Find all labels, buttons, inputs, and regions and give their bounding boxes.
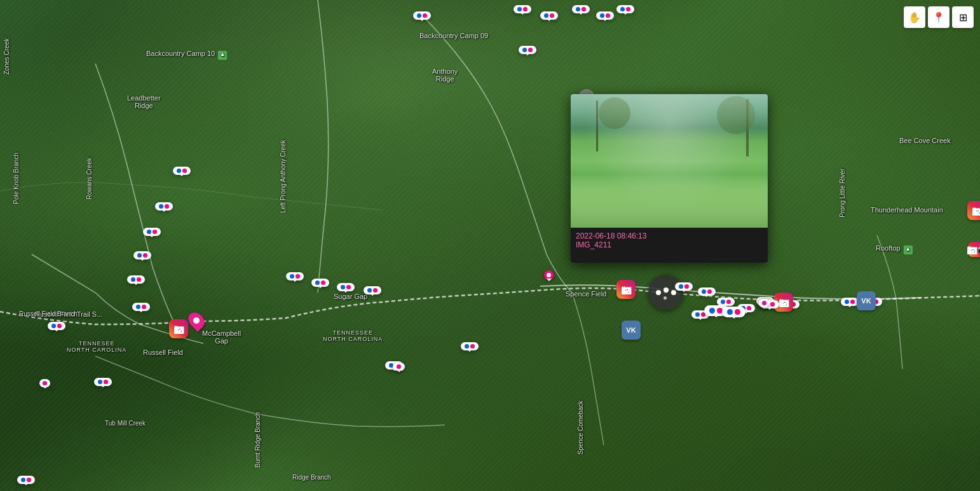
marker-flickr-6[interactable] <box>616 5 634 13</box>
marker-flickr-cluster-1[interactable] <box>675 282 693 291</box>
marker-flickr-2[interactable] <box>514 5 531 13</box>
marker-flickr-4[interactable] <box>572 5 590 13</box>
marker-instagram-2[interactable] <box>169 319 188 338</box>
cluster-dark[interactable] <box>648 275 683 310</box>
marker-flickr-left-3[interactable] <box>143 228 161 236</box>
marker-flickr-mid-4[interactable] <box>364 286 381 294</box>
marker-flickr-left-4[interactable] <box>133 251 151 259</box>
map-container: Backcountry Camp 10 ▲ Backcountry Camp 0… <box>0 0 980 491</box>
marker-instagram-rooftop[interactable]: 📷 <box>969 242 980 257</box>
marker-single-1[interactable] <box>39 379 50 387</box>
marker-flickr-large-2[interactable] <box>722 307 745 317</box>
marker-flickr-spence-1[interactable] <box>544 270 554 280</box>
marker-flickr-left-5[interactable] <box>127 275 145 284</box>
marker-flickr-mid-2[interactable] <box>311 279 329 287</box>
layers-button[interactable]: ⊞ <box>952 6 974 28</box>
location-button[interactable]: 📍 <box>928 6 949 28</box>
hand-tool-button[interactable]: ✋ <box>904 6 925 28</box>
marker-flickr-left-1[interactable] <box>173 167 191 175</box>
marker-flickr-mid-7[interactable] <box>461 342 479 350</box>
marker-flickr-left-6[interactable] <box>48 322 65 330</box>
marker-flickr-mid-3[interactable] <box>337 283 355 291</box>
marker-flickr-cluster-2[interactable] <box>698 287 716 296</box>
marker-instagram-3[interactable] <box>616 280 636 299</box>
marker-flickr-mid-6[interactable] <box>393 363 405 371</box>
marker-instagram-1[interactable] <box>967 201 980 220</box>
marker-vk-1[interactable]: VK <box>622 321 641 340</box>
marker-flickr-5[interactable] <box>596 11 614 20</box>
marker-flickr-left-8[interactable] <box>17 476 35 484</box>
marker-flickr-russell-1[interactable] <box>132 303 150 311</box>
marker-flickr-mid-1[interactable] <box>286 272 304 280</box>
trails-layer <box>0 0 980 491</box>
marker-flickr-7[interactable] <box>519 46 536 54</box>
photo-popup-filename: IMG_4211 <box>576 240 763 249</box>
marker-flickr-left-2[interactable] <box>155 202 173 211</box>
marker-single-2[interactable] <box>759 299 770 307</box>
photo-popup-date: 2022-06-18 08:46:13 <box>576 232 763 240</box>
marker-pin-location[interactable] <box>189 312 203 329</box>
marker-flickr-1[interactable] <box>413 11 431 20</box>
photo-popup[interactable]: 2022-06-18 08:46:13 IMG_4211 <box>571 94 768 263</box>
marker-vk-2[interactable]: VK <box>857 291 876 310</box>
marker-flickr-3[interactable] <box>540 11 558 20</box>
marker-flickr-left-7[interactable] <box>94 378 112 386</box>
photo-popup-info: 2022-06-18 08:46:13 IMG_4211 <box>571 228 768 253</box>
map-controls: ✋ 📍 ⊞ <box>904 6 974 28</box>
marker-flickr-right-3[interactable] <box>841 298 859 306</box>
